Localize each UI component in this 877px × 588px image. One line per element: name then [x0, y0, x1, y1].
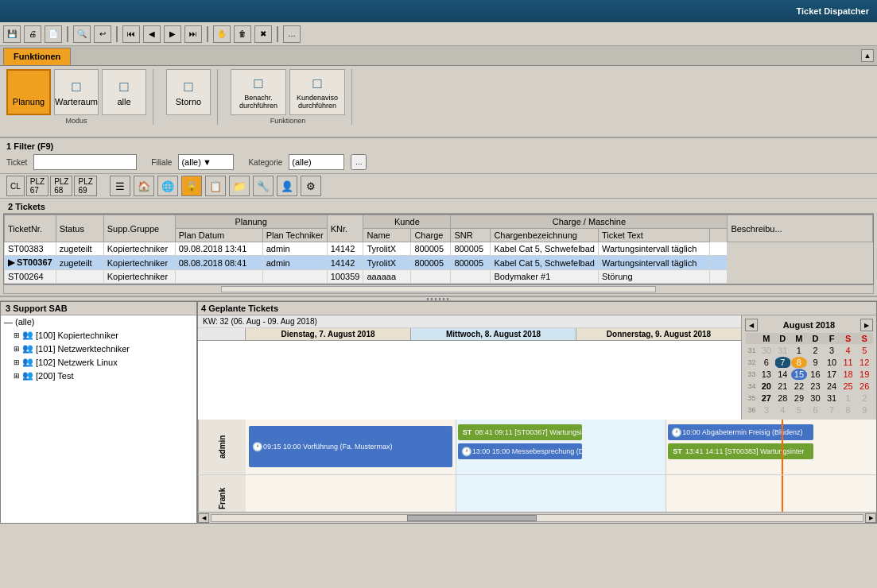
bar-vorfuhrung[interactable]: 🕐 09:15 10:00 Vorführung (Fa. Mustermax): [249, 426, 452, 467]
c-17[interactable]: 17: [824, 369, 840, 381]
tb-new[interactable]: 📄: [45, 25, 62, 43]
tree-item-101[interactable]: ⊞ 👥 [101] Netzwerktechniker: [1, 342, 196, 355]
scroll-right-btn[interactable]: ▶: [865, 513, 876, 523]
c-5b[interactable]: 5: [791, 404, 808, 416]
c-4b[interactable]: 4: [774, 404, 791, 416]
c-16[interactable]: 16: [807, 369, 824, 381]
c-12[interactable]: 12: [856, 357, 873, 369]
c-8b[interactable]: 8: [840, 404, 856, 416]
title-bar: Ticket Dispatcher: [0, 0, 877, 22]
tb-close[interactable]: ✖: [254, 25, 272, 43]
bar-st00367[interactable]: ST 08:41 09:11 [ST00367] Wartungsinterva…: [458, 424, 582, 440]
c-30[interactable]: 30: [759, 345, 775, 357]
cal-next-btn[interactable]: ▶: [860, 319, 873, 331]
c-7-today[interactable]: 7: [774, 357, 791, 369]
c-29[interactable]: 29: [791, 393, 808, 404]
c-19[interactable]: 19: [856, 369, 873, 381]
c-20[interactable]: 20: [759, 381, 775, 393]
tb-save[interactable]: 💾: [3, 25, 21, 43]
c-2[interactable]: 2: [807, 345, 824, 357]
btn-cl[interactable]: CL: [6, 176, 25, 196]
btn-warteraum[interactable]: □ Warteraum: [54, 69, 99, 115]
btn-list-view[interactable]: ☰: [110, 176, 130, 196]
btn-plz69[interactable]: PLZ69: [74, 176, 96, 196]
c-6[interactable]: 6: [759, 357, 775, 369]
scroll-left-btn[interactable]: ◀: [198, 513, 209, 523]
btn-folder[interactable]: 📁: [229, 176, 250, 196]
tb-search[interactable]: 🔍: [73, 25, 91, 43]
c-2b[interactable]: 2: [856, 393, 873, 404]
table-row[interactable]: ▶ ST00367 zugeteilt Kopiertechniker 08.0…: [5, 256, 873, 270]
c-15[interactable]: 15: [791, 369, 808, 381]
tickets-hscroll[interactable]: [3, 284, 874, 294]
tb-first[interactable]: ⏮: [122, 25, 140, 43]
c-23[interactable]: 23: [807, 381, 824, 393]
c-3[interactable]: 3: [824, 345, 840, 357]
c-28[interactable]: 28: [774, 393, 791, 404]
filiale-select[interactable]: (alle) ▼: [178, 154, 234, 170]
c-31b[interactable]: 31: [824, 393, 840, 404]
c-5[interactable]: 5: [856, 345, 873, 357]
tb-delete[interactable]: 🗑: [234, 25, 251, 43]
c-14[interactable]: 14: [774, 369, 791, 381]
tb-more[interactable]: …: [283, 25, 301, 43]
btn-plz68[interactable]: PLZ68: [50, 176, 72, 196]
c-31[interactable]: 31: [774, 345, 791, 357]
c-6b[interactable]: 6: [807, 404, 824, 416]
c-9b[interactable]: 9: [856, 404, 873, 416]
c-26[interactable]: 26: [856, 381, 873, 393]
c-13[interactable]: 13: [759, 369, 775, 381]
btn-plz67[interactable]: PLZ67: [26, 176, 49, 196]
btn-user[interactable]: 👤: [277, 176, 297, 196]
c-21[interactable]: 21: [774, 381, 791, 393]
btn-alle[interactable]: □ alle: [102, 69, 146, 115]
btn-home[interactable]: 🏠: [134, 176, 154, 196]
c-18[interactable]: 18: [840, 369, 856, 381]
c-30b[interactable]: 30: [807, 393, 824, 404]
tb-prev[interactable]: ◀: [143, 25, 161, 43]
tree-item-102[interactable]: ⊞ 👥 [102] Netzwerk Linux: [1, 355, 196, 369]
btn-lock[interactable]: 🔒: [181, 176, 202, 196]
c-10[interactable]: 10: [824, 357, 840, 369]
btn-wrench[interactable]: 🔧: [253, 176, 274, 196]
bar-abgabe[interactable]: 🕐 10:00 Abgabetermin Freisig (Bludenz): [668, 424, 813, 440]
c-9[interactable]: 9: [807, 357, 824, 369]
c-3b[interactable]: 3: [759, 404, 775, 416]
tab-funktionen[interactable]: Funktionen: [3, 48, 71, 65]
c-1b[interactable]: 1: [840, 393, 856, 404]
table-row[interactable]: ST00264 Kopiertechniker 100359 aaaaaa Bo…: [5, 270, 873, 284]
btn-kundenaviso[interactable]: □ Kundenavisodurchführen: [289, 69, 345, 115]
tb-print[interactable]: 🖨: [24, 25, 41, 43]
kategorie-btn[interactable]: …: [351, 154, 367, 170]
tb-last[interactable]: ⏭: [184, 25, 202, 43]
c-11[interactable]: 11: [840, 357, 856, 369]
ribbon-collapse-btn[interactable]: ▲: [861, 49, 874, 62]
c-8-selected[interactable]: 8: [791, 357, 808, 369]
cal-prev-btn[interactable]: ◀: [745, 319, 758, 331]
btn-planung[interactable]: □ Planung: [6, 69, 51, 115]
c-22[interactable]: 22: [791, 381, 808, 393]
ticket-input[interactable]: [33, 154, 137, 170]
btn-globe[interactable]: 🌐: [157, 176, 178, 196]
c-27[interactable]: 27: [759, 393, 775, 404]
btn-storno[interactable]: □ Storno: [166, 69, 211, 115]
kategorie-select[interactable]: (alle): [289, 154, 344, 170]
btn-settings[interactable]: ⚙: [301, 176, 321, 196]
c-1[interactable]: 1: [791, 345, 808, 357]
bar-st00383[interactable]: ST 13:41 14:11 [ST00383] Wartungsinter: [668, 443, 813, 459]
btn-benachr[interactable]: □ Benachr.durchführen: [231, 69, 286, 115]
bar-messe[interactable]: 🕐 13:00 15:00 Messebesprechung (Dornbirn: [458, 443, 582, 459]
btn-clipboard[interactable]: 📋: [205, 176, 226, 196]
tb-next[interactable]: ▶: [164, 25, 181, 43]
tree-item-100[interactable]: ⊞ 👥 [100] Kopiertechniker: [1, 328, 196, 342]
tree-item-200[interactable]: ⊞ 👥 [200] Test: [1, 369, 196, 382]
c-4[interactable]: 4: [840, 345, 856, 357]
tb-undo[interactable]: ↩: [94, 25, 111, 43]
tree-alle[interactable]: — (alle): [1, 315, 196, 328]
c-7b[interactable]: 7: [824, 404, 840, 416]
table-row[interactable]: ST00383 zugeteilt Kopiertechniker 09.08.…: [5, 242, 873, 256]
c-25[interactable]: 25: [840, 381, 856, 393]
c-24[interactable]: 24: [824, 381, 840, 393]
gantt-hscroll[interactable]: ◀ ▶: [198, 512, 876, 523]
tb-stop[interactable]: ✋: [213, 25, 231, 43]
